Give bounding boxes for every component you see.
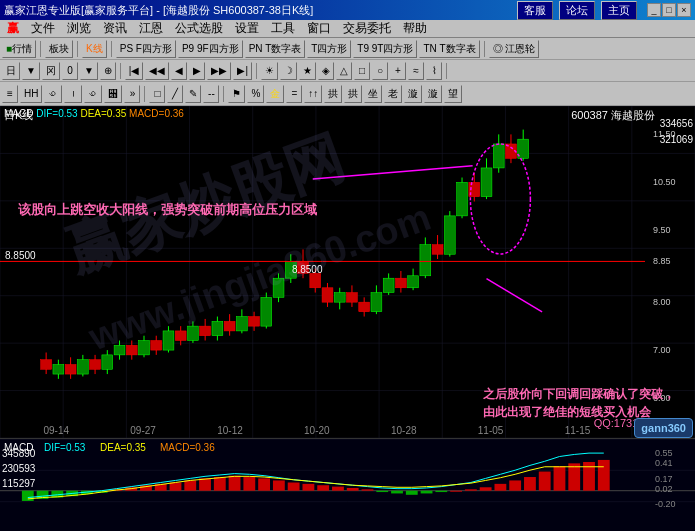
tb3-pen[interactable]: ✎ [185,85,201,103]
sep5 [120,63,121,79]
close-btn[interactable]: × [677,3,691,17]
menu-jiangen[interactable]: 江恩 [136,20,166,37]
sep6 [256,63,257,79]
toolbar-tn[interactable]: TN T数字表 [419,40,479,58]
tb2-4[interactable]: 0 [62,62,78,80]
tb2-circ[interactable]: ○ [372,62,388,80]
tb2-segment[interactable]: ⌇ [426,62,442,80]
sep1 [40,41,41,57]
tb3-line[interactable]: ╱ [167,85,183,103]
tb2-nav3[interactable]: ◀ [171,62,187,80]
macd-dif-label: DIF=0.53 [36,108,77,119]
nav-luntan-btn[interactable]: 论坛 [559,1,595,20]
tb2-1[interactable]: 日 [2,62,20,80]
tb3-g7[interactable]: 望 [444,85,462,103]
title-bar: 赢家江恩专业版[赢家服务平台] - [海越股份 SH600387-38日K线] … [0,0,695,20]
toolbar-bk[interactable]: 板块 [45,40,73,58]
macd-title: MACD [4,108,33,119]
tb3-rect[interactable]: □ [149,85,165,103]
tb2-sun[interactable]: ☀ [261,62,278,80]
macd-val-label: MACD=0.36 [129,108,184,119]
sep3 [111,41,112,57]
sep4 [484,41,485,57]
tb3-g1[interactable]: 拱 [324,85,342,103]
tb3-2[interactable]: HH [20,85,42,103]
tb3-g3[interactable]: 坐 [364,85,382,103]
tb2-3[interactable]: 冈 [42,62,60,80]
tb3-dash[interactable]: -- [203,85,219,103]
macd-dea-label: DEA=0.35 [80,108,126,119]
minimize-btn[interactable]: _ [647,3,661,17]
tb2-diamond[interactable]: ◈ [318,62,334,80]
tb2-2[interactable]: ▼ [22,62,40,80]
tb2-star[interactable]: ★ [299,62,316,80]
toolbar-t9[interactable]: T9 9T四方形 [353,40,417,58]
menu-bar: 赢 文件 浏览 资讯 江恩 公式选股 设置 工具 窗口 交易委托 帮助 [0,20,695,38]
tb3-g6[interactable]: 漩 [424,85,442,103]
toolbar-row-3: ≡ HH ꩜ ꩝ ꩜ ꩛ » □ ╱ ✎ -- ⚑ % 金 = ↑↑ 拱 拱 坐… [0,82,695,106]
tb3-eq[interactable]: = [286,85,302,103]
sep2 [77,41,78,57]
tb2-moon[interactable]: ☽ [280,62,297,80]
stock-name: 海越股份 [611,109,655,121]
sep8 [144,86,145,102]
tb3-3[interactable]: ꩜ [44,85,62,103]
toolbar-t8[interactable]: T四方形 [307,40,351,58]
tb3-7[interactable]: » [124,85,140,103]
maximize-btn[interactable]: □ [662,3,676,17]
tb2-5[interactable]: ▼ [80,62,98,80]
tb3-5[interactable]: ꩜ [84,85,102,103]
tb3-g2[interactable]: 拱 [344,85,362,103]
toolbar-row-1: ■行情 板块 K线 PS F四方形 P9 9F四方形 PN T数字表 T四方形 … [0,38,695,60]
menu-file[interactable]: 文件 [28,20,58,37]
menu-browse[interactable]: 浏览 [64,20,94,37]
tb2-play[interactable]: ▶ [189,62,205,80]
sep7 [446,63,447,79]
nav-kefu-btn[interactable]: 客服 [517,1,553,20]
menu-settings[interactable]: 设置 [232,20,262,37]
title-text: 赢家江恩专业版[赢家服务平台] - [海越股份 SH600387-38日K线] [4,3,313,18]
toolbar-kx[interactable]: K线 [82,40,107,58]
toolbar-hq[interactable]: ■行情 [2,40,36,58]
tb3-pct[interactable]: % [247,85,264,103]
site-badge: gann360 [634,418,693,438]
tb2-nav4[interactable]: ▶▶ [207,62,231,80]
rn-2: 321069 [660,132,693,148]
tb2-wave[interactable]: ≈ [408,62,424,80]
tb2-plus[interactable]: + [390,62,406,80]
chart-area: 赢家炒股网 www.jingjia360.com 600387 海越股份 日K线… [0,106,695,531]
tb3-g4[interactable]: 老 [384,85,402,103]
tb3-4[interactable]: ꩝ [64,85,82,103]
tb2-sq[interactable]: □ [354,62,370,80]
menu-trade[interactable]: 交易委托 [340,20,394,37]
macd-labels: MACD DIF=0.53 DEA=0.35 MACD=0.36 [4,108,184,529]
rn-1: 334656 [660,116,693,132]
tb3-g5[interactable]: 漩 [404,85,422,103]
tb2-nav2[interactable]: ◀◀ [145,62,169,80]
toolbar-row-2: 日 ▼ 冈 0 ▼ ⊕ |◀ ◀◀ ◀ ▶ ▶▶ ▶| ☀ ☽ ★ ◈ △ □ … [0,60,695,82]
toolbar-p9[interactable]: P9 9F四方形 [178,40,243,58]
tb3-flag[interactable]: ⚑ [228,85,245,103]
sep9 [223,86,224,102]
menu-help[interactable]: 帮助 [400,20,430,37]
right-numbers: 334656 321069 [660,116,693,148]
stock-info: 600387 海越股份 [571,108,655,123]
tb3-gold[interactable]: 金 [266,85,284,103]
tb2-seek[interactable]: ⊕ [100,62,116,80]
menu-tools[interactable]: 工具 [268,20,298,37]
menu-formula[interactable]: 公式选股 [172,20,226,37]
tb2-nav1[interactable]: |◀ [125,62,144,80]
nav-zhuye-btn[interactable]: 主页 [601,1,637,20]
tb3-6[interactable]: ꩛ [104,85,122,103]
toolbar-jiaen[interactable]: ◎ 江恩轮 [489,40,540,58]
tb2-nav5[interactable]: ▶| [233,62,252,80]
menu-window[interactable]: 窗口 [304,20,334,37]
toolbar-ps[interactable]: PS F四方形 [116,40,176,58]
tb2-tri[interactable]: △ [336,62,352,80]
tb3-1[interactable]: ≡ [2,85,18,103]
toolbar-pn[interactable]: PN T数字表 [245,40,306,58]
tb3-up[interactable]: ↑↑ [304,85,322,103]
menu-news[interactable]: 资讯 [100,20,130,37]
stock-code: 600387 [571,109,608,121]
menu-win[interactable]: 赢 [4,20,22,37]
